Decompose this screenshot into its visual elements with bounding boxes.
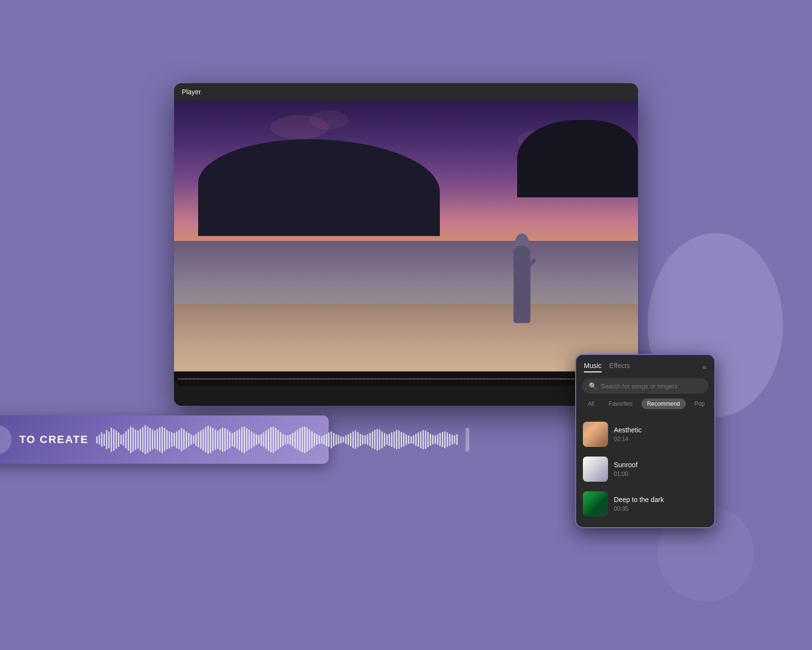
wave-bar [205, 427, 206, 452]
search-icon: 🔍 [589, 382, 597, 390]
wave-bar [306, 428, 308, 452]
wave-bar [360, 434, 361, 446]
song-name-sunroof: Sunroof [614, 461, 708, 469]
wave-bar [290, 434, 291, 445]
song-item-sunroof[interactable]: Sunroof 01:00 [576, 452, 714, 487]
wave-bar [244, 427, 245, 453]
wave-bar [422, 430, 424, 449]
music-panel: Music Effects « 🔍 All Favorites Recommen… [575, 354, 715, 528]
wave-bar [169, 431, 170, 448]
wave-bar [328, 432, 330, 447]
wave-bar [210, 427, 211, 453]
wave-bar [251, 431, 252, 448]
player-titlebar: Player [174, 83, 638, 101]
wave-bar [125, 431, 127, 448]
wave-bar [236, 430, 238, 449]
player-timeline[interactable] [174, 371, 638, 386]
tab-effects[interactable]: Effects [609, 362, 630, 372]
wave-bar [176, 431, 177, 448]
wave-bar [207, 426, 209, 454]
wave-bar [282, 434, 284, 446]
wave-bar [198, 432, 199, 447]
wave-bar [186, 431, 187, 448]
wave-bar [389, 434, 390, 446]
timeline-track[interactable] [178, 378, 634, 380]
wave-bar [96, 436, 98, 443]
wave-bar [391, 432, 392, 447]
wave-bar [406, 434, 407, 445]
collapse-button[interactable]: « [702, 363, 707, 371]
song-list: Aesthetic 02:14 Sunroof 01:00 [576, 414, 714, 527]
wave-bar [297, 429, 298, 450]
wave-bar [311, 431, 313, 448]
song-info-sunroof: Sunroof 01:00 [614, 461, 708, 477]
song-name-aesthetic: Aesthetic [614, 426, 708, 434]
wave-bar [195, 434, 197, 446]
search-input[interactable] [601, 383, 702, 390]
wave-bar [120, 435, 122, 444]
wave-bar [379, 429, 380, 450]
wave-bar [432, 435, 434, 444]
player-window: Player [174, 83, 638, 406]
wave-bar [367, 434, 368, 445]
wave-bar [116, 430, 117, 449]
wave-bar [418, 432, 419, 447]
wave-bar [285, 435, 286, 444]
wave-bar [362, 435, 363, 444]
wave-bar [386, 434, 388, 445]
island-left [198, 139, 440, 236]
wave-bar [145, 425, 146, 454]
sea [174, 241, 638, 313]
wave-bar [253, 433, 255, 446]
wave-bar [215, 429, 216, 450]
wave-bar [335, 434, 337, 445]
audio-icon-wrapper: ♪ [0, 425, 12, 454]
cloud-2 [309, 110, 348, 130]
wave-bar [188, 433, 189, 446]
wave-bar [323, 435, 325, 444]
filter-recommend[interactable]: Recommend [641, 399, 686, 409]
wave-bar [256, 434, 257, 445]
player-controls: 16:9 ∨ ⛶ [174, 386, 638, 406]
wave-bar [413, 435, 414, 444]
wave-bar [224, 428, 226, 451]
wave-bar [265, 430, 267, 449]
audio-bar[interactable]: ♪ TO CREATE [0, 415, 329, 464]
drag-handle-right[interactable] [465, 428, 469, 452]
wave-bar [304, 427, 305, 453]
wave-bar [217, 430, 218, 449]
wave-bar [430, 434, 431, 446]
wave-bar [164, 428, 165, 451]
waveform [96, 425, 458, 454]
song-item-aesthetic[interactable]: Aesthetic 02:14 [576, 417, 714, 452]
song-thumbnail-sunroof [583, 457, 608, 482]
wave-bar [157, 429, 158, 450]
filter-more-button[interactable]: ∨ [713, 399, 715, 409]
player-title: Player [182, 88, 201, 96]
filter-all[interactable]: All [582, 399, 600, 409]
song-name-deep-dark: Deep to the dark [614, 496, 708, 503]
wave-bar [401, 432, 402, 447]
song-item-deep-dark[interactable]: Deep to the dark 00:35 [576, 487, 714, 521]
wave-bar [219, 429, 221, 450]
wave-bar [439, 433, 441, 446]
wave-bar [212, 428, 214, 451]
wave-bar [348, 434, 349, 445]
wave-bar [444, 431, 446, 448]
filter-favorites[interactable]: Favorites [603, 399, 638, 409]
wave-bar [357, 432, 359, 447]
wave-bar [449, 434, 450, 446]
music-search-bar[interactable]: 🔍 [582, 378, 709, 394]
wave-bar [435, 435, 436, 444]
wave-bar [326, 434, 327, 446]
wave-bar [135, 429, 136, 450]
tab-music[interactable]: Music [584, 362, 602, 372]
main-container: Player [140, 83, 672, 567]
wave-bar [111, 428, 112, 452]
wave-bar [287, 435, 289, 444]
filter-pop[interactable]: Pop [689, 399, 710, 409]
wave-bar [415, 434, 417, 446]
wave-bar [108, 431, 110, 448]
wave-bar [398, 430, 400, 449]
wave-bar [178, 430, 180, 449]
